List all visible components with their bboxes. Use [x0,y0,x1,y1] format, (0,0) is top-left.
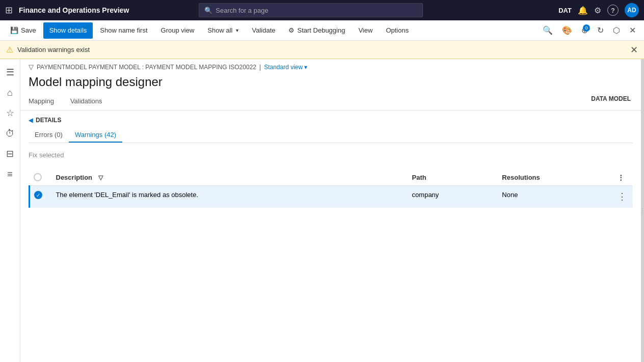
show-name-first-button[interactable]: Show name first [94,22,153,39]
sidebar-item-menu[interactable]: ☰ [1,63,19,81]
row-path: company [406,186,496,208]
search-bar[interactable]: 🔍 Search for a page [199,3,423,17]
debug-icon: ⚙ [288,26,294,34]
view-button[interactable]: View [352,22,379,39]
sidebar: ☰ ⌂ ☆ ⏱ ⊟ ≡ [0,59,20,362]
sub-tabs: Errors (0) Warnings (42) [29,128,633,143]
sidebar-item-home[interactable]: ⌂ [1,83,19,102]
grid-icon[interactable]: ⊞ [5,5,13,16]
row-description: The element 'DEL_Email' is marked as obs… [50,186,406,208]
warning-icon: ⚠ [6,45,13,54]
top-navigation: ⊞ Finance and Operations Preview 🔍 Searc… [0,0,644,20]
tab-validations[interactable]: Validations [70,93,111,110]
col-header-resolutions: Resolutions [496,169,611,186]
description-filter-icon[interactable]: ▽ [98,174,103,181]
validate-button[interactable]: Validate [246,22,281,39]
breadcrumb: ▽ PAYMENTMODEL PAYMENT MODEL : PAYMENT M… [20,59,641,73]
fix-selected-container: Fix selected [29,147,633,169]
data-model-label: DATA MODEL [591,95,631,102]
bell-icon[interactable]: 🔔 [578,6,588,15]
col-header-path: Path [406,169,496,186]
content-area: ▽ PAYMENTMODEL PAYMENT MODEL : PAYMENT M… [20,59,641,362]
gear-icon[interactable]: ⚙ [594,6,601,15]
details-header[interactable]: ◀ DETAILS [29,117,633,124]
col-header-checkbox [30,169,50,186]
details-collapse-icon: ◀ [29,117,33,124]
sub-tab-warnings[interactable]: Warnings (42) [69,128,122,143]
maximize-button[interactable]: ⬡ [609,22,624,39]
col-header-more: ⋮ [611,169,633,186]
sidebar-item-workspaces[interactable]: ⊟ [1,145,19,163]
toolbar: 💾 Save Show details Show name first Grou… [0,20,644,41]
main-tabs: Mapping Validations [20,93,641,110]
details-section: ◀ DETAILS Errors (0) Warnings (42) Fix s… [20,110,641,208]
avatar[interactable]: AD [625,3,639,17]
panel-resizer[interactable]: ⋮ [641,59,644,362]
nav-right: DAT 🔔 ⚙ ? AD [558,3,639,17]
filter-icon: ▽ [29,63,34,71]
row-resolutions: None [496,186,611,208]
palette-button[interactable]: 🎨 [558,22,576,39]
refresh-button[interactable]: ↻ [593,22,608,39]
page-title: Model mapping designer [20,73,641,93]
tabs-row: Mapping Validations DATA MODEL [20,93,641,110]
content-body: ◀ DETAILS Errors (0) Warnings (42) Fix s… [20,110,641,362]
breadcrumb-path: PAYMENTMODEL PAYMENT MODEL : PAYMENT MOD… [37,64,256,71]
save-button[interactable]: 💾 Save [4,22,42,39]
close-button[interactable]: ✕ [625,22,640,39]
row-more-button[interactable]: ⋮ [611,186,633,208]
help-icon[interactable]: ? [607,5,619,16]
sidebar-item-recent[interactable]: ⏱ [1,124,19,143]
toolbar-right: 🔍 🎨 ⊕ 0 ↻ ⬡ ✕ [539,22,640,39]
diff-button[interactable]: ⊕ 0 [577,22,592,39]
view-dropdown-icon: ▾ [304,64,307,71]
warning-message: Validation warnings exist [17,46,90,53]
select-all-checkbox[interactable] [34,173,42,181]
table-row[interactable]: ✓ The element 'DEL_Email' is marked as o… [30,186,633,208]
save-icon: 💾 [10,26,18,34]
options-button[interactable]: Options [380,22,415,39]
sidebar-item-all[interactable]: ≡ [1,165,19,183]
show-all-dropdown-icon: ▾ [236,27,238,33]
group-view-button[interactable]: Group view [155,22,201,39]
resizer-handle: ⋮ [640,208,644,213]
row-checkbox[interactable]: ✓ [34,191,42,199]
search-toolbar-button[interactable]: 🔍 [539,22,557,39]
main-layout: ☰ ⌂ ☆ ⏱ ⊟ ≡ ▽ PAYMENTMODEL PAYMENT MODEL… [0,59,644,362]
sidebar-item-favorites[interactable]: ☆ [1,104,19,122]
row-checkbox-cell[interactable]: ✓ [30,186,50,208]
breadcrumb-separator: | [259,64,261,71]
env-badge: DAT [558,7,572,14]
col-header-description: Description ▽ [50,169,406,186]
show-details-button[interactable]: Show details [43,22,93,39]
app-title: Finance and Operations Preview [19,6,129,14]
tab-mapping[interactable]: Mapping [29,93,62,110]
sub-tab-errors[interactable]: Errors (0) [29,128,69,143]
warning-banner: ⚠ Validation warnings exist ✕ [0,41,644,59]
warnings-table: Description ▽ Path Resolutions ⋮ [29,169,633,208]
standard-view-dropdown[interactable]: Standard view ▾ [264,64,307,71]
start-debugging-button[interactable]: ⚙ Start Debugging [282,22,351,39]
details-title: DETAILS [36,117,61,124]
badge: 0 [583,24,590,32]
show-all-button[interactable]: Show all ▾ [201,22,245,39]
search-placeholder: Search for a page [216,7,268,14]
warning-close-button[interactable]: ✕ [630,44,638,55]
fix-selected-button[interactable]: Fix selected [29,149,64,161]
search-icon: 🔍 [204,7,212,14]
